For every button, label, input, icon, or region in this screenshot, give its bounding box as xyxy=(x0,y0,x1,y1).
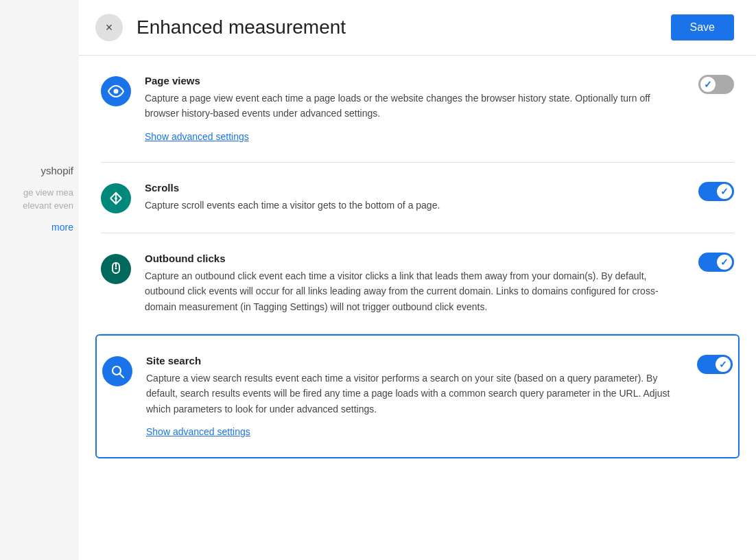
sidebar-more-link[interactable]: more xyxy=(51,222,79,233)
outbound-clicks-toggle-container[interactable]: ✓ xyxy=(698,253,734,272)
mouse-icon xyxy=(108,261,124,277)
site-search-toggle-thumb: ✓ xyxy=(716,357,731,372)
outbound-clicks-toggle[interactable]: ✓ xyxy=(698,253,734,272)
outbound-clicks-body: Outbound clicks Capture an outbound clic… xyxy=(145,253,674,314)
main-panel: × Enhanced measurement Save Page views C… xyxy=(79,0,756,560)
outbound-clicks-title: Outbound clicks xyxy=(145,253,674,264)
scrolls-body: Scrolls Capture scroll events each time … xyxy=(145,182,674,213)
scrolls-toggle-container[interactable]: ✓ xyxy=(698,182,734,201)
site-search-show-advanced-link[interactable]: Show advanced settings xyxy=(146,426,250,437)
site-search-check-icon: ✓ xyxy=(719,359,727,370)
section-page-views: Page views Capture a page view event eac… xyxy=(101,56,734,163)
page-views-toggle-thumb: ✓ xyxy=(700,77,716,92)
svg-point-4 xyxy=(115,267,117,269)
section-outbound-clicks: Outbound clicks Capture an outbound clic… xyxy=(101,233,734,334)
header-left: × Enhanced measurement xyxy=(95,14,346,41)
site-search-toggle-track: ✓ xyxy=(697,355,733,374)
site-search-desc: Capture a view search results event each… xyxy=(146,371,672,417)
eye-icon xyxy=(108,83,124,100)
page-views-body: Page views Capture a page view event eac… xyxy=(145,75,674,143)
scrolls-toggle-track: ✓ xyxy=(698,182,734,201)
search-icon xyxy=(109,363,126,380)
sidebar: yshopif ge view mea elevant even more xyxy=(0,0,79,560)
outbound-clicks-check-icon: ✓ xyxy=(720,257,729,268)
svg-point-0 xyxy=(114,89,119,94)
scrolls-desc: Capture scroll events each time a visito… xyxy=(145,198,674,213)
scrolls-toggle[interactable]: ✓ xyxy=(698,182,734,201)
site-search-icon-container xyxy=(102,356,132,386)
outbound-clicks-toggle-thumb: ✓ xyxy=(717,255,732,270)
page-views-check-icon: ✓ xyxy=(704,79,712,90)
scrolls-check-icon: ✓ xyxy=(720,186,729,197)
section-scrolls: Scrolls Capture scroll events each time … xyxy=(101,163,734,233)
outbound-clicks-desc: Capture an outbound click event each tim… xyxy=(145,268,674,314)
sidebar-bg-text1: ge view mea xyxy=(23,187,79,198)
page-views-toggle-track: ✓ xyxy=(698,75,734,94)
close-button[interactable]: × xyxy=(95,14,123,41)
svg-point-1 xyxy=(115,197,117,200)
page-views-toggle-container[interactable]: ✓ xyxy=(698,75,734,94)
site-search-title: Site search xyxy=(146,355,672,366)
page-views-desc: Capture a page view event each time a pa… xyxy=(145,91,674,121)
sidebar-text-shopify: yshopif xyxy=(40,165,79,176)
page-views-toggle[interactable]: ✓ xyxy=(698,75,734,94)
scrolls-icon-container xyxy=(101,183,131,213)
sidebar-bg-text2: elevant even xyxy=(23,200,79,211)
page-views-show-advanced-link[interactable]: Show advanced settings xyxy=(145,131,249,142)
content-area: Page views Capture a page view event eac… xyxy=(79,56,756,458)
outbound-clicks-icon-container xyxy=(101,254,131,284)
save-button[interactable]: Save xyxy=(671,14,734,40)
header: × Enhanced measurement Save xyxy=(79,0,756,56)
outbound-clicks-toggle-track: ✓ xyxy=(698,253,734,272)
scrolls-toggle-thumb: ✓ xyxy=(717,184,732,199)
arrows-icon xyxy=(108,190,124,207)
page-views-icon-container xyxy=(101,76,131,106)
page-views-title: Page views xyxy=(145,75,674,86)
site-search-body: Site search Capture a view search result… xyxy=(146,355,672,438)
site-search-toggle[interactable]: ✓ xyxy=(697,355,733,374)
close-icon: × xyxy=(106,21,113,35)
page-title: Enhanced measurement xyxy=(137,16,346,38)
section-site-search: Site search Capture a view search result… xyxy=(95,334,740,458)
site-search-toggle-container[interactable]: ✓ xyxy=(697,355,733,374)
scrolls-title: Scrolls xyxy=(145,182,674,194)
svg-line-6 xyxy=(120,373,124,377)
